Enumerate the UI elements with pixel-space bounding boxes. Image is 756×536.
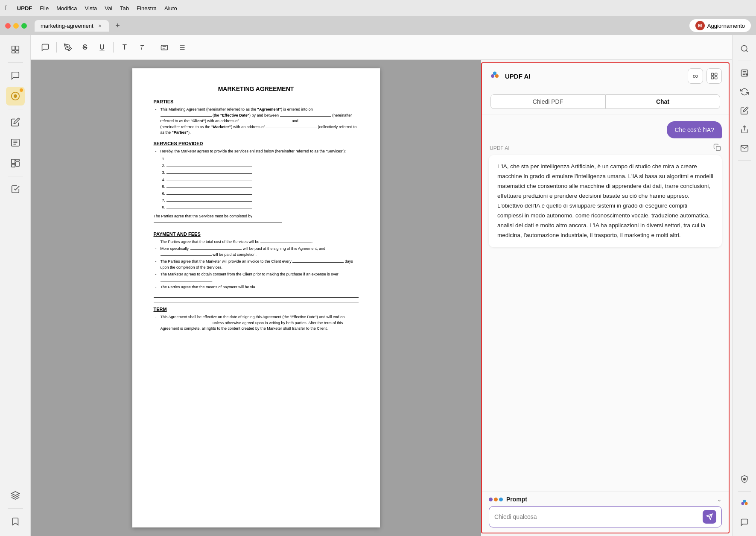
pdf-title: MARKETING AGREEMENT <box>154 85 359 92</box>
svg-point-23 <box>495 74 499 78</box>
tab-chat[interactable]: Chat <box>605 94 720 109</box>
ai-bottom: Prompt ⌄ <box>482 491 729 533</box>
right-icon-security[interactable] <box>736 471 753 488</box>
ai-send-button[interactable] <box>703 510 716 524</box>
toolbar-strikethrough-btn[interactable]: S <box>77 40 93 55</box>
svg-rect-26 <box>715 73 717 75</box>
menu-vista[interactable]: Vista <box>85 5 97 12</box>
sidebar-icon-pages[interactable] <box>6 133 25 152</box>
menu-tab[interactable]: Tab <box>120 5 129 12</box>
prompt-bar[interactable]: Prompt ⌄ <box>489 496 722 503</box>
svg-marker-13 <box>11 492 19 495</box>
ai-tabs: Chiedi PDF Chat <box>482 89 729 114</box>
sidebar-separator-4 <box>8 508 23 509</box>
toolbar-underline-btn[interactable]: U <box>94 40 110 55</box>
menu-vai[interactable]: Vai <box>105 5 112 12</box>
sidebar-icon-bookmark[interactable] <box>6 512 25 531</box>
pdf-payment-4: The Marketer agrees to obtain consent fr… <box>161 272 359 283</box>
svg-point-39 <box>744 502 747 505</box>
svg-point-37 <box>743 478 745 480</box>
right-separator-1 <box>738 61 751 61</box>
close-button[interactable] <box>5 23 11 29</box>
maximize-button[interactable] <box>21 23 27 29</box>
toolbar: S U T T <box>31 35 732 60</box>
right-icon-share[interactable] <box>736 121 753 138</box>
update-button[interactable]: M Aggiornamento <box>689 19 751 32</box>
pdf-payment-1: The Parties agree that the total cost of… <box>161 239 359 245</box>
pdf-services-title: SERVICES PROVIDED <box>154 141 359 146</box>
ai-messages[interactable]: Che cos'è l'IA? UPDF AI <box>482 114 729 491</box>
document-tab[interactable]: marketing-agreement ✕ <box>35 20 109 32</box>
user-message: Che cos'è l'IA? <box>667 121 722 138</box>
ai-response-text: L'IA, che sta per Intelligenza Artificia… <box>489 155 722 247</box>
svg-rect-1 <box>15 46 18 50</box>
ai-response-label: UPDF AI <box>489 144 722 152</box>
pdf-panel[interactable]: MARKETING AGREEMENT PARTIES This Marketi… <box>31 60 481 536</box>
svg-line-33 <box>746 50 747 52</box>
toolbar-comment-btn[interactable] <box>38 40 53 55</box>
copy-icon[interactable] <box>713 144 721 152</box>
right-icon-ocr[interactable] <box>736 64 753 82</box>
svg-point-4 <box>14 94 17 97</box>
left-sidebar <box>0 35 31 536</box>
right-icon-email[interactable] <box>736 140 753 157</box>
right-separator-2 <box>738 160 751 161</box>
sidebar-icon-highlight[interactable] <box>6 87 25 105</box>
app-name: UPDF <box>17 5 32 12</box>
pdf-line-2 <box>154 297 359 298</box>
content-area: S U T T <box>31 35 732 536</box>
new-tab-button[interactable]: + <box>112 20 123 31</box>
ai-panel: UPDF AI ∞ <box>481 62 730 533</box>
active-indicator <box>20 88 23 92</box>
sidebar-icon-layout[interactable] <box>6 154 25 173</box>
menu-file[interactable]: File <box>40 5 49 12</box>
sidebar-icon-forms[interactable] <box>6 180 25 199</box>
right-icon-ai-chat[interactable] <box>736 495 753 512</box>
toolbar-separator-1 <box>56 42 57 53</box>
pdf-line-3 <box>154 302 359 302</box>
svg-rect-15 <box>161 45 168 50</box>
sidebar-icon-thumbnails[interactable] <box>6 40 25 59</box>
pdf-payment-3: The Parties agree that the Marketer will… <box>161 259 359 270</box>
menu-aiuto[interactable]: Aiuto <box>164 5 177 12</box>
svg-rect-9 <box>11 159 15 164</box>
minimize-button[interactable] <box>13 23 19 29</box>
panels: MARKETING AGREEMENT PARTIES This Marketi… <box>31 60 732 536</box>
right-icon-sign[interactable] <box>736 102 753 119</box>
update-label: Aggiornamento <box>707 23 745 29</box>
ai-header-actions: ∞ <box>688 68 722 84</box>
sidebar-separator-3 <box>8 176 23 176</box>
ai-infinity-btn[interactable]: ∞ <box>688 68 703 84</box>
tab-ask-pdf[interactable]: Chiedi PDF <box>490 94 605 109</box>
menu-modifica[interactable]: Modifica <box>56 5 77 12</box>
ai-settings-btn[interactable] <box>706 68 722 84</box>
toolbar-text-btn[interactable]: T <box>117 40 132 55</box>
toolbar-text-format-btn[interactable]: T <box>134 40 149 55</box>
menubar:  UPDF File Modifica Vista Vai Tab Fines… <box>0 0 756 16</box>
ai-chat-input[interactable] <box>494 513 699 520</box>
toolbar-separator-3 <box>153 42 153 53</box>
right-icon-convert[interactable] <box>736 83 753 100</box>
svg-rect-11 <box>15 162 19 166</box>
menu-finestra[interactable]: Finestra <box>137 5 157 12</box>
right-icon-comment-chat[interactable] <box>736 514 753 531</box>
main-content: S U T T <box>0 35 756 536</box>
toolbar-list-btn[interactable] <box>174 40 189 55</box>
toolbar-textbox-btn[interactable] <box>157 40 172 55</box>
sidebar-icon-edit[interactable] <box>6 113 25 132</box>
right-sidebar <box>732 35 756 536</box>
sidebar-icon-comment[interactable] <box>6 66 25 85</box>
sidebar-icon-layers[interactable] <box>6 486 25 505</box>
traffic-lights <box>5 23 27 29</box>
svg-rect-2 <box>12 51 15 53</box>
toolbar-separator-2 <box>113 42 114 53</box>
toolbar-pen-btn[interactable] <box>60 40 76 55</box>
tab-title: marketing-agreement <box>41 23 93 29</box>
right-icon-search[interactable] <box>736 40 753 57</box>
sidebar-separator-1 <box>8 62 23 63</box>
ai-response-container: UPDF AI L'IA, che sta per Intelligenza A… <box>489 144 722 247</box>
svg-point-32 <box>741 46 747 51</box>
titlebar: marketing-agreement ✕ + M Aggiornamento <box>0 16 756 35</box>
tab-close-button[interactable]: ✕ <box>97 23 103 29</box>
svg-rect-25 <box>711 73 713 75</box>
